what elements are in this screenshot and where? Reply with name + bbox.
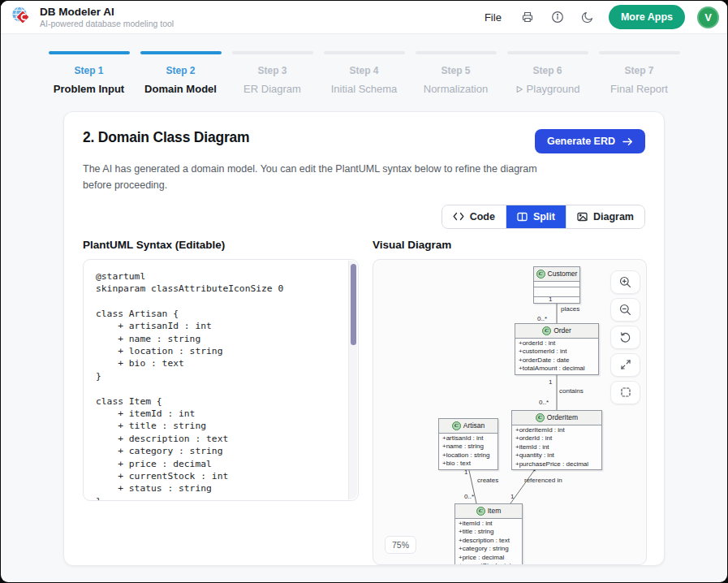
diagram-controls [610, 270, 640, 404]
zoom-level-badge[interactable]: 75% [385, 536, 416, 554]
uml-class-orderitem[interactable]: C OrderItem +orderItemId : int +orderId … [511, 410, 602, 471]
stepper-step-7[interactable]: Step 7 Final Report [599, 51, 680, 95]
arrow-right-icon [622, 137, 633, 146]
tab-code-label: Code [470, 211, 495, 222]
empty-compartment [534, 296, 579, 301]
step-progress-bar [232, 51, 313, 54]
play-icon [515, 85, 523, 93]
uml-class-customer[interactable]: C Customer [533, 266, 580, 304]
app-header: DB Modeler AI AI-powered database modeli… [1, 1, 727, 34]
class-name: OrderItem [547, 413, 578, 421]
class-name: Artisan [463, 421, 485, 430]
step-title: Final Report [610, 83, 668, 95]
step-progress-bar [49, 51, 130, 54]
diagram-heading: Visual Diagram [373, 239, 647, 251]
page-description: The AI has generated a domain model. You… [83, 161, 547, 194]
app-subtitle: AI-powered database modeling tool [40, 19, 174, 28]
tab-split[interactable]: Split [506, 205, 566, 228]
stepper-step-2[interactable]: Step 2 Domain Model [140, 51, 222, 95]
relation-label: referenced in [524, 477, 562, 484]
class-attribute: +customerId : int [515, 347, 598, 356]
main-card: 2. Domain Class Diagram Generate ERD The… [63, 111, 665, 566]
zoom-out-button[interactable] [610, 298, 640, 322]
cardinality-label: 0..* [464, 493, 474, 500]
fit-view-button[interactable] [610, 381, 640, 404]
class-attribute: +itemId : int [455, 519, 522, 528]
cardinality-label: 1 [510, 493, 514, 500]
step-number: Step 3 [232, 65, 313, 76]
step-title: ER Diagram [243, 83, 301, 95]
class-name: Order [554, 326, 571, 335]
class-name: Customer [548, 270, 578, 278]
view-mode-toggle: Code Split Diagram [442, 205, 645, 229]
diagram-canvas[interactable]: C Customer C Order +orderId : int + [373, 259, 647, 565]
file-menu[interactable]: File [480, 8, 506, 27]
step-number: Step 6 [507, 65, 588, 76]
print-button[interactable] [519, 8, 536, 26]
zoom-in-button[interactable] [610, 270, 640, 294]
class-attribute: +title : string [455, 527, 522, 536]
uml-class-order[interactable]: C Order +orderId : int +customerId : int… [515, 323, 599, 375]
stepper: Step 1 Problem Input Step 2 Domain Model… [1, 34, 727, 95]
tab-diagram[interactable]: Diagram [566, 205, 644, 228]
class-attribute: +itemId : int [512, 443, 601, 451]
class-icon: C [452, 421, 461, 430]
step-progress-bar [324, 51, 405, 54]
app-window: DB Modeler AI AI-powered database modeli… [1, 1, 727, 582]
tab-diagram-label: Diagram [593, 211, 634, 222]
step-title: Playground [527, 83, 580, 95]
class-attribute: +category : string [455, 544, 522, 553]
step-title: Domain Model [144, 83, 217, 95]
editor-scrollbar-thumb[interactable] [351, 264, 356, 345]
dark-mode-toggle[interactable] [579, 8, 597, 26]
class-attribute: +orderDate : date [515, 356, 598, 365]
class-icon: C [542, 326, 551, 335]
tab-code[interactable]: Code [442, 205, 506, 228]
class-attribute: +purchasePrice : decimal [512, 460, 601, 469]
tab-split-label: Split [533, 211, 555, 222]
class-attribute: +orderItemId : int [512, 425, 601, 434]
generate-erd-button[interactable]: Generate ERD [535, 129, 645, 153]
stepper-step-3[interactable]: Step 3 ER Diagram [232, 51, 313, 95]
editor-scrollbar[interactable] [348, 261, 357, 499]
reset-view-button[interactable] [610, 326, 640, 349]
stepper-step-5[interactable]: Step 5 Normalization [416, 51, 497, 95]
code-icon [453, 212, 464, 221]
generate-erd-label: Generate ERD [547, 136, 615, 147]
cardinality-label: 0..* [537, 315, 547, 322]
plantuml-code[interactable]: @startuml skinparam classAttributeIconSi… [84, 260, 358, 501]
step-progress-bar [416, 51, 497, 54]
step-number: Step 7 [599, 65, 680, 76]
step-number: Step 2 [140, 65, 222, 76]
stepper-step-1[interactable]: Step 1 Problem Input [49, 51, 130, 95]
class-attribute: +artisanId : int [439, 434, 498, 443]
more-apps-button[interactable]: More Apps [609, 5, 685, 29]
app-title: DB Modeler AI [40, 6, 174, 19]
step-title: Initial Schema [331, 83, 398, 95]
class-attribute: +currentStock : int [455, 561, 522, 564]
fullscreen-button[interactable] [610, 353, 640, 377]
step-number: Step 1 [49, 65, 130, 76]
relation-label: contains [559, 387, 584, 395]
class-attribute: +location : string [439, 451, 498, 460]
class-icon: C [476, 507, 485, 516]
avatar[interactable]: V [697, 6, 719, 28]
class-attribute: +name : string [439, 442, 498, 451]
step-progress-bar [599, 51, 680, 54]
step-progress-bar [140, 51, 222, 54]
class-attribute: +orderId : int [512, 434, 601, 443]
relation-label: places [561, 305, 579, 313]
stepper-step-6[interactable]: Step 6 Playground [507, 51, 588, 95]
plantuml-editor[interactable]: @startuml skinparam classAttributeIconSi… [83, 259, 359, 501]
app-logo-icon [11, 5, 32, 30]
uml-class-artisan[interactable]: C Artisan +artisanId : int +name : strin… [438, 418, 498, 470]
class-attribute: +orderId : int [515, 339, 598, 348]
help-icon[interactable] [549, 8, 566, 26]
step-title: Normalization [424, 83, 488, 95]
step-progress-bar [507, 51, 588, 54]
brand: DB Modeler AI AI-powered database modeli… [11, 5, 174, 30]
uml-class-item[interactable]: C Item +itemId : int +title : string +de… [454, 503, 523, 565]
step-title: Problem Input [54, 83, 124, 95]
cardinality-label: * [533, 468, 536, 475]
stepper-step-4[interactable]: Step 4 Initial Schema [324, 51, 405, 95]
